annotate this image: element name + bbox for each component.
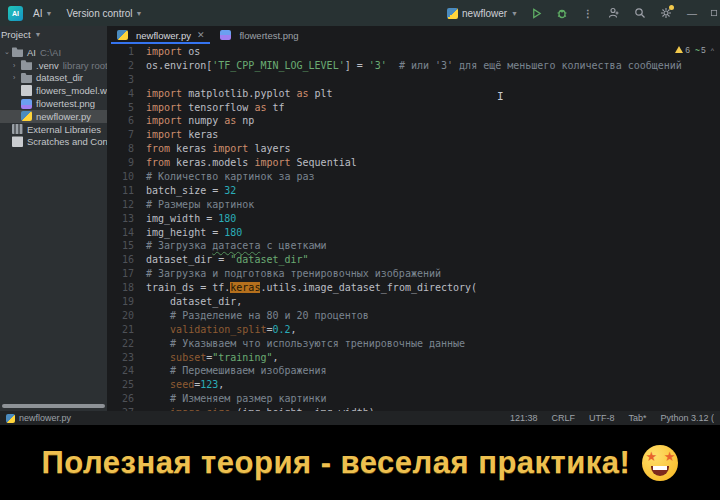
code-token: keras.models (170, 157, 254, 168)
line-number: 17 (109, 268, 146, 282)
code-text: batch_size = 32 (146, 185, 236, 199)
image-icon (21, 99, 32, 109)
code-line[interactable]: 11batch_size = 32 (109, 185, 720, 199)
statusbar-widgets: 121:38CRLFUTF-8Tab*Python 3.12 ( (510, 413, 714, 423)
tab-newflower-py[interactable]: newflower.py✕ (109, 26, 212, 44)
code-token: os (182, 46, 200, 57)
more-options-icon[interactable]: ⋮ (580, 5, 596, 21)
line-number: 26 (109, 393, 146, 407)
code-line[interactable]: 18train_ds = tf.keras.utils.image_datase… (109, 282, 720, 296)
tree-item-newflower-py[interactable]: newflower.py (0, 110, 107, 123)
tab-flowertest-png[interactable]: flowertest.png (212, 26, 306, 44)
code-token: с цветками (260, 240, 326, 251)
code-token: plt (309, 88, 333, 99)
code-line[interactable]: 16dataset_dir = "dataset_dir" (109, 254, 720, 268)
add-user-icon[interactable] (606, 5, 622, 21)
code-line[interactable]: 17# Загрузка и подготовка тренировочных … (109, 268, 720, 282)
code-token: 180 (224, 227, 242, 238)
search-icon[interactable] (632, 5, 648, 21)
code-token: # Количество картинок за раз (146, 171, 315, 182)
star-eye-icon: ★ (664, 450, 676, 463)
run-configuration[interactable]: newflower ▼ (447, 8, 518, 19)
code-token: tensorflow (182, 102, 254, 113)
code-line[interactable]: 4import matplotlib.pyplot as plt (109, 88, 720, 102)
horizontal-scrollbar[interactable] (2, 404, 105, 408)
code-token: "dataset_dir" (230, 254, 308, 265)
code-line[interactable]: 1import os (109, 46, 720, 60)
code-line[interactable]: 23 subset="training", (109, 352, 720, 366)
code-line[interactable]: 9from keras.models import Sequential (109, 157, 720, 171)
tree-item-flowertest-png[interactable]: flowertest.png (0, 97, 107, 110)
app-logo-icon[interactable]: AI (8, 6, 23, 21)
code-line[interactable]: 3 (109, 74, 720, 88)
code-line[interactable]: 19 dataset_dir, (109, 296, 720, 310)
line-number: 23 (109, 352, 146, 366)
code-line[interactable]: 10# Количество картинок за раз (109, 171, 720, 185)
maximize-icon[interactable] (710, 5, 718, 21)
code-line[interactable]: 14img_height = 180 (109, 227, 720, 241)
line-number: 14 (109, 227, 146, 241)
code-text: seed=123, (146, 379, 224, 393)
tree-item-label: Scratches and Consoles (27, 136, 108, 147)
statusbar-widget[interactable]: Python 3.12 ( (660, 413, 714, 423)
code-line[interactable]: 6import numpy as np (109, 115, 720, 129)
tree-item-scratches-and-consoles[interactable]: Scratches and Consoles (0, 136, 107, 149)
debug-icon[interactable] (554, 5, 570, 21)
tree-item-label: newflower.py (36, 111, 91, 122)
code-line[interactable]: 13img_width = 180 (109, 213, 720, 227)
tree-item--venv[interactable]: ›.venvlibrary root (0, 59, 107, 72)
statusbar: newflower.py 121:38CRLFUTF-8Tab*Python 3… (0, 411, 720, 425)
code-text: # Загрузка датасета с цветками (146, 240, 327, 254)
code-line[interactable]: 5import tensorflow as tf (109, 102, 720, 116)
menu-project-label: AI (33, 8, 42, 19)
code-line[interactable]: 24 # Перемешиваем изображения (109, 365, 720, 379)
tree-chevron-icon[interactable]: ⌄ (4, 48, 12, 56)
tree-chevron-icon[interactable]: › (13, 74, 21, 81)
settings-gear-icon[interactable] (658, 5, 674, 21)
minimize-icon[interactable]: — (684, 5, 700, 21)
text-cursor-pointer: I (497, 90, 504, 101)
line-number: 3 (109, 74, 146, 88)
collapse-icon[interactable]: ^ (711, 47, 714, 54)
line-number: 11 (109, 185, 146, 199)
file-icon (21, 85, 32, 96)
code-line[interactable]: 7import keras (109, 129, 720, 143)
project-panel-title: Project (1, 29, 31, 40)
menu-version-control[interactable]: Version control ▼ (62, 6, 146, 21)
project-panel-header[interactable]: Project ▼ (0, 26, 107, 43)
tree-item-flowers-model-weights-h5[interactable]: flowers_model.weights.h5 (0, 84, 107, 97)
menu-project[interactable]: AI ▼ (29, 6, 56, 21)
tab-label: newflower.py (136, 30, 191, 41)
code-line[interactable]: 20 # Разделение на 80 и 20 процентов (109, 310, 720, 324)
code-line[interactable]: 26 # Изменяем размер картинки (109, 393, 720, 407)
code-line[interactable]: 2os.environ['TF_CPP_MIN_LOG_LEVEL'] = '3… (109, 60, 720, 74)
statusbar-file[interactable]: newflower.py (6, 413, 71, 423)
code-text: img_height = 180 (146, 227, 242, 241)
inspections-widget[interactable]: 6 ~5 ^ (675, 45, 714, 55)
code-editor[interactable]: 6 ~5 ^ 1import os2os.environ['TF_CPP_MIN… (109, 44, 720, 411)
code-token: dataset_dir, (146, 296, 242, 307)
tree-chevron-icon[interactable]: › (13, 62, 21, 69)
code-line[interactable]: 21 validation_split=0.2, (109, 324, 720, 338)
code-token: 'TF_CPP_MIN_LOG_LEVEL' (212, 60, 344, 71)
tree-item-ai[interactable]: ⌄AIC:\AI (0, 46, 107, 59)
statusbar-widget[interactable]: Tab* (628, 413, 646, 423)
libs-icon (12, 124, 23, 134)
code-line[interactable]: 25 seed=123, (109, 379, 720, 393)
code-line[interactable]: 8from keras import layers (109, 143, 720, 157)
line-number: 22 (109, 338, 146, 352)
statusbar-widget[interactable]: 121:38 (510, 413, 538, 423)
line-number: 15 (109, 240, 146, 254)
code-line[interactable]: 22 # Указываем что используются трениров… (109, 338, 720, 352)
statusbar-widget[interactable]: CRLF (551, 413, 575, 423)
statusbar-widget[interactable]: UTF-8 (589, 413, 615, 423)
tree-item-external-libraries[interactable]: External Libraries (0, 123, 107, 136)
code-token: # Загрузка и подготовка тренировочных из… (146, 268, 441, 279)
code-line[interactable]: 12# Размеры картинок (109, 199, 720, 213)
code-line[interactable]: 15# Загрузка датасета с цветками (109, 240, 720, 254)
close-icon[interactable]: ✕ (197, 30, 205, 40)
run-button[interactable] (528, 5, 544, 21)
tree-item-dataset-dir[interactable]: ›dataset_dir (0, 72, 107, 85)
code-token: # Загрузка (146, 240, 212, 251)
line-number: 19 (109, 296, 146, 310)
